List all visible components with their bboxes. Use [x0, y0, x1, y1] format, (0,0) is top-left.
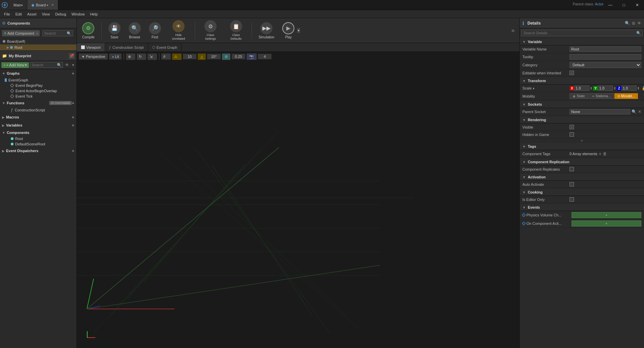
menu-file[interactable]: File: [1, 10, 13, 18]
events-section[interactable]: ▼ Events: [520, 204, 644, 211]
hidden-game-checkbox[interactable]: [570, 132, 574, 137]
parent-socket-input[interactable]: [570, 109, 630, 114]
menu-window[interactable]: Window: [69, 10, 87, 18]
replication-section[interactable]: ▼ Component Replication: [520, 159, 644, 166]
snap-input[interactable]: [232, 54, 245, 59]
play-button[interactable]: ▶ Play: [280, 21, 297, 40]
construction-script-tab[interactable]: ƒ Construction Script: [105, 43, 148, 51]
scale-y-input[interactable]: [598, 85, 613, 91]
cooking-section[interactable]: ▼ Cooking: [520, 189, 644, 196]
physics-volume-add-btn[interactable]: +: [572, 212, 641, 218]
angle-input[interactable]: [207, 54, 221, 59]
activation-section[interactable]: ▼ Activation: [520, 174, 644, 181]
transform-section[interactable]: ▼ Transform: [520, 77, 644, 84]
angle-btn[interactable]: △: [198, 54, 206, 60]
pin-button[interactable]: 📌: [69, 53, 74, 59]
scale-z-input[interactable]: [621, 85, 637, 91]
hide-unrelated-button[interactable]: 👁 Hide Unrelated: [166, 19, 191, 42]
static-btn[interactable]: ◉ Static: [570, 93, 588, 99]
details-eye-btn[interactable]: 👁: [637, 21, 641, 26]
scale-lock-icon[interactable]: 🔒: [642, 86, 644, 91]
tags-del-btn[interactable]: 🗑: [603, 151, 607, 156]
tooltip-input[interactable]: [570, 54, 641, 60]
board-self-item[interactable]: Board(self): [0, 38, 76, 44]
category-select[interactable]: Default: [570, 62, 641, 68]
macros-add-btn[interactable]: +: [72, 114, 74, 120]
play-dropdown[interactable]: ▾: [297, 28, 300, 33]
add-new-button[interactable]: + + Add New ▾: [1, 62, 29, 68]
graphs-section-header[interactable]: ▼ Graphs +: [0, 69, 76, 77]
components-bp-section-header[interactable]: ▼ Components: [0, 129, 76, 136]
bp-search-input[interactable]: [30, 62, 56, 68]
event-graph-tab[interactable]: ⬡ Event Graph: [148, 43, 182, 51]
root-item[interactable]: ▶ Root: [0, 44, 76, 50]
add-component-button[interactable]: + Add Component ›: [2, 30, 40, 36]
dispatchers-add-btn[interactable]: +: [72, 148, 74, 153]
replicates-checkbox[interactable]: [570, 167, 574, 171]
compile-button[interactable]: ⚙ Compile: [79, 21, 97, 40]
class-settings-button[interactable]: ⚙ Class Settings: [199, 19, 222, 42]
menu-edit[interactable]: Edit: [13, 10, 25, 18]
class-defaults-button[interactable]: 📋 Class Defaults: [225, 19, 248, 42]
sockets-section[interactable]: ▼ Sockets: [520, 101, 644, 108]
viewport-tab[interactable]: ⬜ Viewport: [77, 43, 105, 51]
movable-btn[interactable]: ⊙ Movabl...: [614, 93, 638, 99]
search-components-input[interactable]: [44, 31, 67, 36]
grid-size-input[interactable]: [183, 54, 196, 59]
scale-x-input[interactable]: [574, 85, 589, 91]
construction-script-item[interactable]: ƒ ConstructionScript: [0, 107, 76, 113]
details-search-btn[interactable]: 🔍: [625, 21, 630, 26]
close-btn[interactable]: ✕: [631, 0, 644, 10]
warning-btn[interactable]: ⚠: [172, 54, 182, 60]
rotate-btn[interactable]: ↻: [137, 54, 146, 60]
visibility-button[interactable]: 👁: [64, 63, 70, 67]
socket-clear-btn[interactable]: ✕: [638, 109, 641, 114]
default-scene-root-item[interactable]: DefaultSceneRoot: [0, 141, 76, 147]
main-tab[interactable]: Main•: [9, 0, 27, 10]
functions-add-btn[interactable]: +: [72, 100, 74, 106]
auto-activate-checkbox[interactable]: [570, 182, 574, 186]
maximize-btn[interactable]: □: [617, 0, 631, 10]
editable-inherited-checkbox[interactable]: [570, 71, 574, 75]
event-dispatchers-header[interactable]: ▶ Event Dispatchers +: [0, 147, 76, 155]
socket-search-btn[interactable]: 🔍: [632, 109, 637, 114]
filter-button[interactable]: ▾: [71, 63, 75, 67]
board-tab-close[interactable]: ✕: [51, 3, 54, 7]
scale-btn[interactable]: ⇲: [148, 54, 157, 60]
macros-section-header[interactable]: ▶ Macros +: [0, 113, 76, 121]
minimize-btn[interactable]: —: [604, 0, 617, 10]
variables-add-btn[interactable]: +: [72, 123, 74, 128]
event-actor-begin-overlap[interactable]: Event ActorBeginOverlap: [0, 88, 76, 94]
find-button[interactable]: 🔎 Find: [146, 21, 164, 40]
more-button[interactable]: »: [509, 27, 517, 34]
component-activate-add-btn[interactable]: +: [572, 220, 641, 227]
save-button[interactable]: 💾 Save: [106, 21, 123, 40]
rendering-section[interactable]: ▼ Rendering: [520, 116, 644, 124]
menu-view[interactable]: View: [39, 10, 53, 18]
variable-name-input[interactable]: [570, 46, 641, 52]
menu-debug[interactable]: Debug: [53, 10, 69, 18]
variable-section[interactable]: ▼ Variable: [520, 38, 644, 45]
stationary-btn[interactable]: ⇔ Stationa...: [589, 93, 614, 99]
grid-btn[interactable]: #: [161, 54, 171, 60]
perspective-toggle[interactable]: ▼ Perspective: [79, 54, 108, 60]
menu-help[interactable]: Help: [87, 10, 100, 18]
event-graph-item[interactable]: EventGraph: [0, 77, 76, 83]
tags-section[interactable]: ▼ Tags: [520, 143, 644, 150]
tags-add-btn[interactable]: +: [599, 151, 602, 156]
details-grid-btn[interactable]: ⊞: [632, 21, 635, 26]
comp-root-item[interactable]: Root: [0, 136, 76, 141]
visible-checkbox[interactable]: [570, 125, 574, 129]
variables-section-header[interactable]: ▶ Variables +: [0, 121, 76, 129]
graphs-add-btn[interactable]: +: [72, 71, 74, 76]
camera-speed-input[interactable]: [258, 54, 271, 59]
lit-toggle[interactable]: ● Lit: [109, 54, 122, 60]
snap-btn[interactable]: ⊞: [222, 54, 230, 60]
event-tick[interactable]: Event Tick: [0, 94, 76, 99]
functions-section-header[interactable]: ▼ Functions 18 Overridable +: [0, 99, 76, 107]
menu-asset[interactable]: Asset: [25, 10, 39, 18]
event-begin-play[interactable]: Event BeginPlay: [0, 83, 76, 88]
browse-button[interactable]: 🔍 Browse: [126, 21, 143, 40]
translate-btn[interactable]: ⊕: [126, 54, 135, 60]
editor-only-checkbox[interactable]: [570, 197, 574, 202]
